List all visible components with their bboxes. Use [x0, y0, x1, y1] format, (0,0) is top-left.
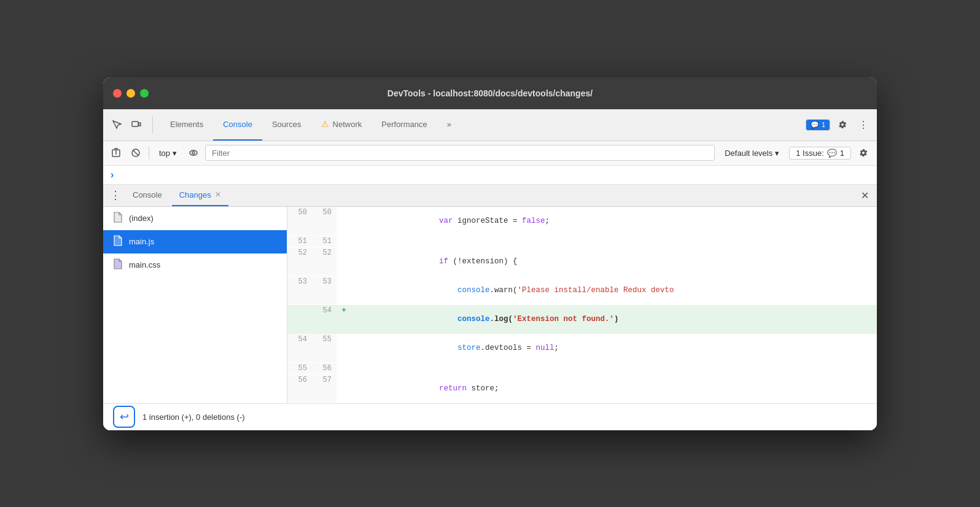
toolbar-divider: [149, 147, 149, 159]
svg-line-4: [133, 150, 139, 156]
tab-end-buttons: 💬 1 ⋮: [806, 116, 872, 133]
console-settings-icon[interactable]: [855, 144, 872, 161]
console-toolbar: top ▾ Default levels ▾ 1 Issue: 💬 1: [103, 141, 877, 166]
tab-sources[interactable]: Sources: [262, 109, 311, 141]
drawer-close-button[interactable]: ✕: [857, 188, 872, 203]
issues-badge[interactable]: 1 Issue: 💬 1: [789, 147, 851, 160]
code-view: 50 50 var ignoreState = false; 51 51: [287, 207, 877, 403]
fullscreen-button[interactable]: [140, 89, 149, 98]
eye-icon[interactable]: [185, 145, 201, 161]
devtools-body: Elements Console Sources ⚠ Network Perfo…: [103, 109, 877, 430]
console-prompt-arrow: ›: [111, 169, 114, 180]
drawer-menu-icon[interactable]: ⋮: [108, 188, 123, 203]
tab-performance[interactable]: Performance: [371, 109, 437, 141]
file-item-mainjs[interactable]: main.js: [103, 230, 287, 254]
svg-point-5: [190, 150, 197, 155]
code-line-53: 53 53 console.warn('Please install/enabl…: [287, 276, 877, 305]
levels-dropdown[interactable]: Default levels ▾: [718, 147, 785, 159]
svg-rect-0: [132, 122, 138, 126]
file-icon-maincss: [113, 258, 123, 272]
more-options-icon[interactable]: ⋮: [855, 116, 872, 133]
network-warning-icon: ⚠: [321, 119, 329, 129]
traffic-lights: [113, 89, 149, 98]
drawer-tab-console[interactable]: Console: [125, 185, 169, 206]
tab-more[interactable]: »: [437, 109, 461, 141]
tab-elements[interactable]: Elements: [160, 109, 213, 141]
context-chevron-icon: ▾: [173, 149, 177, 158]
close-button[interactable]: [113, 89, 122, 98]
file-list: (index) main.js: [103, 207, 287, 403]
titlebar: DevTools - localhost:8080/docs/devtools/…: [103, 77, 877, 109]
footer-bar: ↩ 1 insertion (+), 0 deletions (-): [103, 403, 877, 430]
context-selector[interactable]: top ▾: [154, 147, 182, 159]
svg-point-6: [192, 152, 195, 154]
drawer-tab-changes[interactable]: Changes ✕: [172, 185, 228, 206]
main-tabs-bar: Elements Console Sources ⚠ Network Perfo…: [103, 109, 877, 141]
messages-badge[interactable]: 💬 1: [806, 119, 830, 131]
file-item-maincss[interactable]: main.css: [103, 254, 287, 277]
levels-chevron-icon: ▾: [775, 149, 779, 158]
console-prompt-row: ›: [103, 166, 877, 185]
code-line-51: 51 51: [287, 236, 877, 247]
inspect-icon[interactable]: [108, 116, 125, 133]
code-line-50: 50 50 var ignoreState = false;: [287, 207, 877, 236]
drawer-panel: ⋮ Console Changes ✕ ✕: [103, 185, 877, 430]
filter-input[interactable]: [205, 145, 715, 161]
file-icon-index: [113, 212, 123, 225]
drawer-tabs: ⋮ Console Changes ✕ ✕: [103, 185, 877, 207]
code-line-54-added: 54 + console.log('Extension not found.'): [287, 305, 877, 334]
devtools-window: DevTools - localhost:8080/docs/devtools/…: [103, 77, 877, 430]
device-toolbar-icon[interactable]: [128, 116, 145, 133]
main-content: (index) main.js: [103, 207, 877, 403]
window-title: DevTools - localhost:8080/docs/devtools/…: [387, 88, 593, 98]
clear-console-button[interactable]: [108, 145, 124, 161]
file-icon-mainjs: [113, 235, 123, 249]
tab-network[interactable]: ⚠ Network: [311, 109, 372, 141]
tab-icons: [108, 116, 153, 133]
svg-rect-1: [139, 123, 141, 126]
revert-button[interactable]: ↩: [113, 406, 135, 428]
close-changes-tab[interactable]: ✕: [215, 190, 221, 199]
block-icon[interactable]: [128, 145, 144, 161]
tab-list: Elements Console Sources ⚠ Network Perfo…: [160, 109, 806, 141]
code-line-56-57: 56 57 return store;: [287, 374, 877, 403]
file-item-index[interactable]: (index): [103, 207, 287, 230]
tab-console[interactable]: Console: [213, 109, 262, 141]
code-line-52: 52 52 if (!extension) {: [287, 247, 877, 276]
settings-icon[interactable]: [834, 116, 851, 133]
minimize-button[interactable]: [126, 89, 135, 98]
code-line-54-55: 54 55 store.devtools = null;: [287, 334, 877, 363]
footer-summary: 1 insertion (+), 0 deletions (-): [142, 412, 245, 422]
code-line-55-56: 55 56: [287, 363, 877, 374]
